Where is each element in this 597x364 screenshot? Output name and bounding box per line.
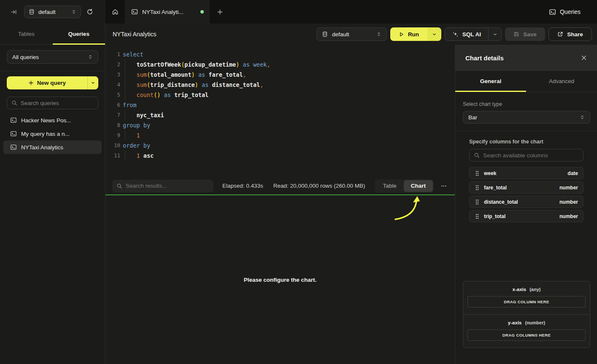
- database-icon: [29, 9, 35, 15]
- tab-advanced[interactable]: Advanced: [526, 71, 597, 92]
- drag-handle-icon[interactable]: [475, 170, 480, 176]
- search-queries-field[interactable]: [7, 97, 98, 109]
- code-line: 6from: [105, 100, 455, 110]
- tab-nytaxi-analytics[interactable]: NYTaxi Analyti...: [125, 0, 210, 24]
- column-row[interactable]: trip_totalnumber: [469, 210, 583, 222]
- database-selector-value: default: [38, 9, 68, 15]
- play-icon: [399, 32, 404, 37]
- query-list-item[interactable]: Hacker News Pos...: [3, 113, 102, 127]
- chart-type-select[interactable]: Bar: [463, 111, 590, 124]
- sql-ai-button[interactable]: SQL AI: [445, 28, 488, 40]
- new-query-main[interactable]: New query: [7, 76, 87, 89]
- line-number: 10: [105, 140, 120, 151]
- code-text: 1 asc: [123, 151, 154, 161]
- code-text: order by: [123, 140, 150, 151]
- chart-details-panel: Chart details General Advanced Select ch…: [455, 45, 597, 364]
- sparkles-icon: [452, 31, 459, 38]
- view-tab-chart[interactable]: Chart: [404, 180, 433, 192]
- terminal-icon: [10, 130, 17, 137]
- run-options-dropdown[interactable]: [427, 27, 441, 41]
- x-axis-section: x-axis (any) DRAG COLUMN HERE: [463, 281, 590, 314]
- code-line: 11 1 asc: [105, 151, 455, 161]
- axes-drop-container: x-axis (any) DRAG COLUMN HERE y-axis (nu…: [463, 281, 590, 348]
- share-button[interactable]: Share: [548, 27, 592, 41]
- y-axis-type-hint: (number): [525, 320, 545, 325]
- tab-title: NYTaxi Analyti...: [142, 9, 196, 15]
- chevron-updown-icon: [88, 54, 93, 59]
- query-item-label: Hacker News Pos...: [21, 117, 71, 124]
- save-button[interactable]: Save: [505, 27, 545, 41]
- refresh-icon[interactable]: [86, 8, 93, 15]
- y-axis-drop-zone[interactable]: DRAG COLUMNS HERE: [467, 329, 586, 341]
- code-text: select: [123, 49, 143, 59]
- results-view-toggle: Table Chart: [375, 179, 434, 193]
- sidebar-tab-tables[interactable]: Tables: [0, 24, 53, 44]
- save-icon: [513, 31, 519, 37]
- close-icon[interactable]: [581, 55, 587, 61]
- collapse-sidebar-icon[interactable]: [11, 9, 17, 15]
- database-selector[interactable]: default: [24, 5, 81, 18]
- search-results-input[interactable]: [126, 183, 209, 189]
- drag-handle-icon[interactable]: [475, 213, 480, 219]
- column-name: week: [484, 170, 563, 176]
- search-queries-input[interactable]: [21, 100, 94, 106]
- chart-empty-message: Please configure the chart.: [244, 277, 317, 283]
- x-axis-drop-zone[interactable]: DRAG COLUMN HERE: [467, 296, 586, 307]
- unsaved-indicator-dot: [200, 10, 204, 13]
- chevron-updown-icon: [376, 32, 381, 37]
- chevron-updown-icon: [71, 9, 76, 14]
- sidebar-tab-queries[interactable]: Queries: [53, 24, 105, 44]
- run-label: Run: [408, 31, 419, 38]
- terminal-icon: [10, 117, 17, 124]
- chart-type-label: Select chart type: [463, 101, 590, 107]
- panel-title: Chart details: [465, 54, 504, 62]
- code-line: 2 toStartOfWeek(pickup_datetime) as week…: [105, 59, 455, 70]
- results-toolbar: Elapsed: 0.433s Read: 20,000,000 rows (2…: [105, 177, 455, 194]
- tab-general[interactable]: General: [455, 71, 526, 92]
- editor-header: NYTaxi Analytics default Run: [105, 24, 597, 45]
- code-text: from: [123, 100, 137, 110]
- query-item-label: My query has a n...: [21, 131, 70, 137]
- database-selector[interactable]: default: [316, 27, 387, 41]
- search-columns-input[interactable]: [483, 152, 579, 159]
- query-filter-select[interactable]: All queries: [7, 50, 98, 64]
- code-line: 4 sum(trip_distance) as distance_total,: [105, 80, 455, 90]
- home-tab[interactable]: [105, 0, 125, 24]
- run-button[interactable]: Run: [390, 27, 427, 41]
- column-row[interactable]: fare_totalnumber: [469, 181, 583, 194]
- available-columns-list: weekdatefare_totalnumberdistance_totalnu…: [469, 167, 583, 222]
- new-query-dropdown[interactable]: [87, 76, 98, 89]
- line-number: 9: [105, 130, 120, 140]
- database-icon: [322, 31, 328, 37]
- plus-icon: [28, 80, 34, 86]
- column-row[interactable]: weekdate: [469, 167, 583, 179]
- query-list-item[interactable]: NYTaxi Analytics: [3, 140, 102, 154]
- code-line: 5 count() as trip_total: [105, 90, 455, 100]
- new-query-button[interactable]: New query: [7, 76, 98, 89]
- drag-handle-icon[interactable]: [475, 199, 480, 205]
- sidebar-tabs: Tables Queries: [0, 24, 105, 45]
- y-axis-label: y-axis: [508, 320, 522, 325]
- search-results-field[interactable]: [112, 180, 213, 192]
- sidebar: Tables Queries All queries New query: [0, 24, 105, 364]
- more-options-icon[interactable]: [440, 181, 448, 191]
- sql-editor[interactable]: 1select2 toStartOfWeek(pickup_datetime) …: [105, 45, 455, 177]
- column-row[interactable]: distance_totalnumber: [469, 196, 583, 208]
- view-tab-table[interactable]: Table: [375, 180, 403, 192]
- new-tab-button[interactable]: [210, 0, 230, 24]
- query-list-item[interactable]: My query has a n...: [3, 127, 102, 140]
- run-button-group: Run: [390, 27, 441, 41]
- column-name: fare_total: [484, 185, 555, 191]
- y-axis-drop-label: DRAG COLUMNS HERE: [502, 333, 551, 337]
- sql-ai-dropdown[interactable]: [488, 28, 501, 40]
- queries-menu-button[interactable]: Queries: [549, 0, 597, 24]
- query-list: Hacker News Pos...My query has a n...NYT…: [0, 113, 105, 154]
- code-line: 10order by: [105, 140, 455, 151]
- line-number: 11: [105, 151, 120, 161]
- drag-handle-icon[interactable]: [475, 185, 480, 191]
- active-tab-underline: [53, 43, 105, 45]
- line-number: 8: [105, 120, 120, 130]
- editor-pane: 1select2 toStartOfWeek(pickup_datetime) …: [105, 45, 455, 364]
- new-query-label: New query: [37, 80, 66, 86]
- search-columns-field[interactable]: [469, 149, 583, 162]
